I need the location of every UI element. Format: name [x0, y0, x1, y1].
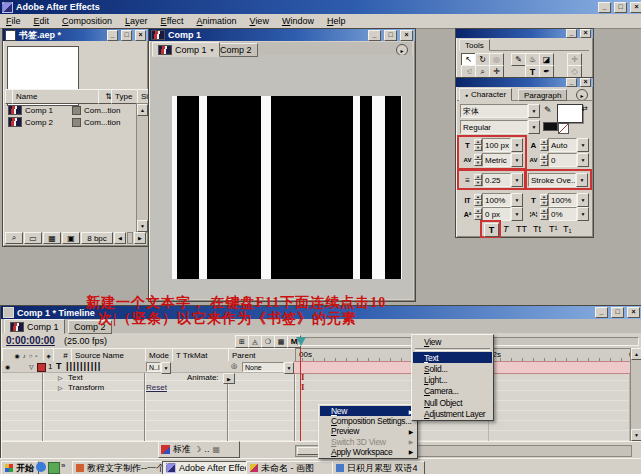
font-style-field[interactable]: Regular ▼	[460, 120, 540, 134]
quicklaunch-icon-1[interactable]	[36, 462, 46, 472]
parent-select[interactable]: None ▼	[242, 362, 294, 372]
parent-pickwhip-icon[interactable]: ◎	[231, 362, 237, 370]
expand-closed-icon[interactable]: ▷	[58, 374, 63, 381]
scroll-up-button[interactable]: ▲	[137, 104, 148, 116]
small-caps-button[interactable]: Tt	[533, 224, 541, 234]
context-menu-item-switch-3d-view[interactable]: Switch 3D View ▶	[320, 437, 416, 447]
draft-3d-button[interactable]: ◬	[248, 335, 262, 348]
vertical-scale-value[interactable]: 100%	[482, 193, 511, 207]
baseline-shift-spinner[interactable]: ▲▼	[474, 208, 482, 220]
stroke-width-dropdown[interactable]: ▼	[511, 173, 523, 187]
submenu-item-adjustment-layer[interactable]: Adjustment Layer	[413, 408, 492, 419]
font-size-spinner[interactable]: ▲▼	[474, 139, 482, 151]
comp-flowchart-button[interactable]: ⊞	[235, 335, 249, 348]
faux-italic-button[interactable]: T	[503, 224, 509, 234]
font-family-value[interactable]: 宋体	[460, 104, 528, 118]
eyedropper-icon[interactable]: ✎	[544, 105, 552, 115]
vertical-scale-spinner[interactable]: ▲▼	[474, 194, 482, 206]
tracking-spinner[interactable]: ▲▼	[540, 154, 548, 166]
superscript-button[interactable]: T¹	[549, 224, 558, 234]
vertical-scale-field[interactable]: IT ▲▼ 100% ▼	[461, 193, 523, 207]
comp-minimize-button[interactable]: _	[368, 30, 381, 41]
stroke-width-spinner[interactable]: ▲▼	[474, 174, 482, 186]
stroke-mode-value[interactable]: Stroke Ove...	[528, 173, 576, 187]
submenu-item-text[interactable]: Text	[413, 352, 492, 363]
context-menu-item-new[interactable]: New ▶	[320, 406, 416, 416]
leading-dropdown[interactable]: ▼	[577, 138, 589, 152]
tab-comp1[interactable]: Comp 1 ▼	[152, 42, 220, 57]
quicklaunch-icon-2[interactable]	[48, 462, 60, 474]
leading-field[interactable]: A ▲▼ Auto ▼	[527, 138, 589, 152]
kerning-spinner[interactable]: ▲▼	[474, 154, 482, 166]
font-style-value[interactable]: Regular	[460, 120, 528, 134]
task-tutorial-window[interactable]: 教程文字制作--一个简单	[72, 461, 167, 474]
layer-label-swatch[interactable]	[37, 363, 46, 372]
horizontal-scale-dropdown[interactable]: ▼	[577, 193, 589, 207]
ime-softkeyboard-icon[interactable]: ▦	[213, 445, 221, 454]
faux-bold-button[interactable]: T	[484, 223, 499, 237]
frame-blur-button[interactable]: ▩	[274, 335, 288, 348]
menu-view[interactable]: View	[250, 16, 269, 26]
timeline-tab-comp1[interactable]: Comp 1	[4, 319, 65, 334]
text-group-label[interactable]: Text	[68, 373, 83, 382]
current-time-indicator[interactable]	[296, 337, 306, 346]
timeline-vscrollbar[interactable]: ▲ ▼	[630, 348, 641, 441]
stroke-width-value[interactable]: 0.25	[482, 173, 511, 187]
bpc-button[interactable]: 8 bpc	[81, 232, 113, 244]
tsume-field[interactable]: ¦A¦ ▲▼ 0% ▼	[527, 207, 589, 221]
project-close-button[interactable]: ×	[135, 30, 146, 41]
text-group-row[interactable]: ▷ Text Animate: ▶	[2, 373, 294, 383]
font-family-field[interactable]: 宋体 ▼	[460, 104, 540, 118]
project-maximize-button[interactable]: □	[121, 30, 132, 41]
vertical-scale-dropdown[interactable]: ▼	[511, 193, 523, 207]
layer-expand-icon[interactable]: ▽	[29, 363, 34, 370]
transform-group-row[interactable]: ▷ Transform Reset	[2, 383, 294, 393]
kerning-field[interactable]: AV ▲▼ Metric ▼	[461, 153, 523, 167]
font-size-value[interactable]: 100 px	[482, 138, 511, 152]
submenu-item-light[interactable]: Light...	[413, 375, 492, 386]
tsume-value[interactable]: 0%	[548, 207, 577, 221]
stroke-mode-dropdown[interactable]: ▼	[576, 173, 588, 187]
all-caps-button[interactable]: TT	[516, 224, 527, 234]
tab-comp2[interactable]: Comp 2	[214, 43, 258, 57]
menu-effect[interactable]: Effect	[161, 16, 184, 26]
baseline-shift-field[interactable]: Aª ▲▼ 0 px ▼	[461, 207, 523, 221]
horizontal-scale-spinner[interactable]: ▲▼	[540, 194, 548, 206]
ime-halfwidth-icon[interactable]: ☽	[194, 445, 201, 454]
transform-reset-link[interactable]: Reset	[146, 383, 167, 392]
menu-animation[interactable]: Animation	[196, 16, 236, 26]
menu-file[interactable]: File	[6, 16, 21, 26]
font-style-dropdown[interactable]: ▼	[528, 120, 540, 134]
stroke-color-swatch[interactable]	[543, 122, 558, 131]
context-menu-item-apply-workspace[interactable]: Apply Workspace ▶	[320, 447, 416, 457]
subscript-button[interactable]: T₁	[563, 224, 572, 234]
horizontal-scale-value[interactable]: 100%	[548, 193, 577, 207]
kerning-value[interactable]: Metric	[482, 153, 511, 167]
blend-mode-select[interactable]: N..l ▼	[146, 362, 171, 372]
close-button[interactable]: ×	[630, 2, 641, 13]
transform-group-label[interactable]: Transform	[68, 383, 104, 392]
layer-name[interactable]: ||||||||||	[66, 361, 101, 371]
task-paint[interactable]: 未命名 - 画图	[246, 461, 335, 474]
font-size-dropdown[interactable]: ▼	[511, 138, 523, 152]
comp-view[interactable]	[150, 55, 413, 299]
tsume-spinner[interactable]: ▲▼	[540, 208, 548, 220]
new-folder-button[interactable]: ▭	[24, 232, 42, 244]
hide-shy-button[interactable]: ❍	[261, 335, 275, 348]
horizontal-scale-field[interactable]: T ▲▼ 100% ▼	[527, 193, 589, 207]
column-header-name[interactable]: Name	[12, 89, 106, 104]
font-size-field[interactable]: T ▲▼ 100 px ▼	[461, 138, 523, 152]
character-close-button[interactable]: ×	[580, 78, 591, 87]
tools-minimize-button[interactable]: _	[566, 29, 577, 38]
hscroll-left-button[interactable]: ◀	[114, 232, 126, 244]
no-stroke-swatch[interactable]	[558, 123, 569, 134]
tracking-value[interactable]: 0	[548, 153, 577, 167]
timeline-maximize-button[interactable]: □	[611, 307, 624, 318]
task-other-window[interactable]: 日积月累型 双语4	[332, 461, 425, 474]
context-menu-item-composition-settings[interactable]: Composition Settings...	[320, 416, 416, 426]
layer-eye-icon[interactable]: ◉	[5, 363, 10, 370]
context-menu-item-preview[interactable]: Preview ▶	[320, 426, 416, 436]
project-minimize-button[interactable]: _	[107, 30, 118, 41]
menu-composition[interactable]: Composition	[62, 16, 112, 26]
fill-color-swatch[interactable]	[557, 104, 583, 123]
